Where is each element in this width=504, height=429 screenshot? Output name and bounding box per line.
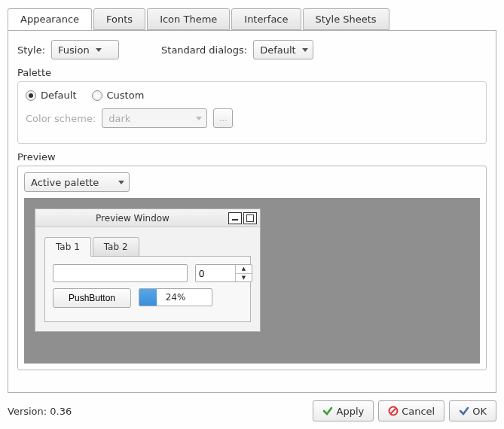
tab-style-sheets[interactable]: Style Sheets	[303, 8, 389, 30]
palette-radio-default[interactable]: Default	[26, 90, 77, 101]
color-scheme-value: dark	[108, 113, 130, 124]
svg-marker-1	[302, 48, 308, 52]
svg-marker-0	[96, 48, 102, 52]
preview-canvas: Preview Window Tab 1 Tab 2	[24, 198, 480, 364]
tab-appearance[interactable]: Appearance	[8, 8, 92, 30]
maximize-icon[interactable]	[243, 212, 257, 224]
preview-progress-bar: 24%	[139, 288, 212, 306]
std-dialogs-label: Standard dialogs:	[161, 44, 247, 56]
preview-spinbox-value[interactable]	[196, 265, 235, 281]
tab-icon-theme[interactable]: Icon Theme	[147, 8, 230, 30]
preview-body: Tab 1 Tab 2 ▲ ▼	[35, 227, 260, 331]
tab-fonts[interactable]: Fonts	[93, 8, 145, 30]
svg-line-5	[391, 409, 396, 414]
preview-palette-value: Active palette	[31, 177, 99, 188]
spin-up-icon[interactable]: ▲	[236, 265, 252, 274]
radio-circle-icon	[92, 90, 102, 101]
preview-window-title: Preview Window	[38, 213, 227, 224]
style-select[interactable]: Fusion	[51, 40, 119, 59]
svg-marker-2	[196, 117, 202, 120]
preview-area: Active palette Preview Window Tab 1 Tab …	[17, 166, 487, 370]
cancel-button[interactable]: Cancel	[378, 400, 444, 421]
chevron-down-icon	[302, 48, 308, 52]
spin-down-icon[interactable]: ▼	[236, 274, 252, 282]
cancel-label: Cancel	[402, 406, 435, 417]
palette-radio-custom[interactable]: Custom	[92, 90, 145, 101]
preview-title: Preview	[17, 151, 487, 163]
preview-window: Preview Window Tab 1 Tab 2	[35, 208, 261, 332]
preview-tab-2[interactable]: Tab 2	[93, 237, 139, 257]
chevron-down-icon	[96, 48, 102, 52]
preview-tab-content: ▲ ▼ PushButton 24%	[44, 257, 251, 322]
color-scheme-select: dark	[102, 108, 207, 128]
ok-check-icon	[459, 406, 469, 416]
check-icon	[322, 406, 333, 416]
progress-text: 24%	[139, 289, 212, 306]
minimize-icon[interactable]	[228, 212, 242, 224]
radio-circle-icon	[26, 90, 36, 101]
ok-button[interactable]: OK	[449, 400, 496, 421]
svg-marker-3	[118, 181, 124, 184]
preview-text-input[interactable]	[53, 264, 188, 282]
chevron-down-icon	[196, 117, 202, 120]
chevron-down-icon	[118, 181, 124, 184]
color-scheme-browse-button: ...	[213, 108, 233, 128]
apply-button[interactable]: Apply	[313, 400, 374, 421]
cancel-icon	[388, 406, 399, 416]
radio-custom-label: Custom	[107, 90, 145, 101]
main-tabbar: Appearance Fonts Icon Theme Interface St…	[8, 8, 496, 31]
color-scheme-label: Color scheme:	[26, 113, 96, 124]
ok-label: OK	[472, 406, 487, 417]
version-label: Version: 0.36	[8, 406, 72, 417]
apply-label: Apply	[336, 406, 364, 417]
palette-title: Palette	[17, 67, 487, 78]
appearance-panel: Style: Fusion Standard dialogs: Default …	[8, 30, 496, 393]
std-dialogs-select[interactable]: Default	[253, 40, 313, 59]
palette-group: Default Custom Color scheme: dark ...	[17, 81, 487, 144]
preview-spinbox[interactable]: ▲ ▼	[195, 264, 252, 282]
radio-default-label: Default	[41, 90, 77, 101]
preview-palette-select[interactable]: Active palette	[24, 172, 130, 192]
style-label: Style:	[17, 44, 45, 56]
std-dialogs-value: Default	[260, 44, 296, 56]
tab-interface[interactable]: Interface	[231, 8, 301, 30]
preview-tabbar: Tab 1 Tab 2	[44, 236, 251, 257]
footer: Version: 0.36 Apply Cancel OK	[8, 393, 496, 429]
preview-push-button[interactable]: PushButton	[53, 288, 131, 308]
preview-tab-1[interactable]: Tab 1	[44, 237, 91, 257]
style-select-value: Fusion	[58, 44, 90, 56]
preview-titlebar: Preview Window	[35, 209, 260, 227]
